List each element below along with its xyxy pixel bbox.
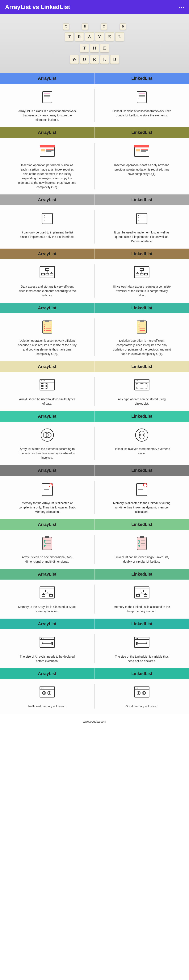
page-title: ArrayList vs LinkedList xyxy=(5,4,70,11)
header-right: LinkedList xyxy=(95,248,189,259)
svg-rect-12 xyxy=(42,149,45,151)
header-right: LinkedList xyxy=(95,668,189,679)
svg-point-170 xyxy=(137,687,138,689)
svg-point-154 xyxy=(136,638,136,639)
row-desc-right: LinkedList can be either singly LinkedLi… xyxy=(112,555,171,564)
svg-rect-167 xyxy=(135,687,149,697)
svg-rect-77 xyxy=(140,328,145,328)
row-desc-left: Memory to the ArrayList is allocated at … xyxy=(18,605,77,614)
row-desc-left: ArrayList can be one dimensional, two-di… xyxy=(18,555,77,564)
tile: O xyxy=(80,55,89,64)
svg-rect-76 xyxy=(139,328,139,329)
row-icon-right xyxy=(133,535,150,552)
svg-rect-13 xyxy=(46,149,54,150)
svg-point-162 xyxy=(43,687,43,689)
svg-point-95 xyxy=(41,429,54,441)
svg-rect-104 xyxy=(44,489,49,490)
header-left: ArrayList xyxy=(0,668,94,679)
svg-point-96 xyxy=(43,433,48,438)
section-header: ArrayListLinkedList xyxy=(0,127,189,138)
svg-point-161 xyxy=(41,687,42,689)
row-icon-left xyxy=(39,585,56,601)
header-left: ArrayList xyxy=(0,73,94,84)
row-desc-right: LinkedList involves more memory overhead… xyxy=(112,447,171,456)
tile: R xyxy=(75,32,84,41)
svg-point-92 xyxy=(137,380,138,381)
svg-rect-30 xyxy=(45,218,50,218)
svg-rect-108 xyxy=(138,488,145,488)
svg-rect-74 xyxy=(139,326,139,326)
row-icon-left xyxy=(39,634,56,651)
tile: R xyxy=(90,55,99,64)
svg-rect-0 xyxy=(42,91,52,103)
svg-rect-116 xyxy=(46,543,51,544)
svg-point-155 xyxy=(137,638,138,639)
section-header: ArrayListLinkedList xyxy=(0,73,189,84)
tile: T xyxy=(63,24,69,30)
svg-rect-72 xyxy=(139,324,139,325)
header-left: ArrayList xyxy=(0,361,94,372)
row-icon-left xyxy=(39,143,56,160)
header-right: LinkedList xyxy=(95,411,189,422)
svg-rect-122 xyxy=(141,541,145,541)
header-right: LinkedList xyxy=(95,569,189,579)
row-icon-right xyxy=(133,318,150,335)
svg-rect-31 xyxy=(44,220,45,220)
tile: L xyxy=(100,55,109,64)
svg-rect-37 xyxy=(140,218,145,218)
svg-rect-11 xyxy=(40,145,54,148)
svg-rect-36 xyxy=(138,218,139,218)
section-header: ArrayListLinkedList xyxy=(0,361,189,372)
svg-rect-103 xyxy=(44,488,51,488)
row-desc-right: It can be used to implement List as well… xyxy=(112,230,171,243)
svg-rect-67 xyxy=(46,328,51,328)
header-right: LinkedList xyxy=(95,303,189,313)
section-header: ArrayListLinkedList xyxy=(0,248,189,259)
section-header: ArrayListLinkedList xyxy=(0,569,189,579)
svg-rect-39 xyxy=(140,220,145,220)
comparison-row: ArrayList can be one dimensional, two-di… xyxy=(0,530,189,569)
row-desc-left: Data access and storage is very efficien… xyxy=(18,285,77,298)
row-desc-right: Good memory utilization. xyxy=(126,704,158,709)
svg-rect-78 xyxy=(139,330,139,331)
svg-point-82 xyxy=(41,380,42,381)
row-desc-left: The size of ArrayList needs to be declar… xyxy=(18,654,77,663)
row-desc-right: The size of the LinkedList is variable t… xyxy=(112,654,171,663)
svg-point-98 xyxy=(135,429,148,441)
comparison-row: ArrayList stores the elements according … xyxy=(0,422,189,465)
svg-rect-3 xyxy=(44,97,50,97)
comparison-row: Deletion operation is also not very effi… xyxy=(0,313,189,361)
svg-point-83 xyxy=(43,380,43,381)
svg-rect-60 xyxy=(43,321,52,333)
header-left: ArrayList xyxy=(0,465,94,476)
row-desc-left: ArrayList stores the elements according … xyxy=(18,447,77,460)
header-right: LinkedList xyxy=(95,194,189,205)
header-left: ArrayList xyxy=(0,194,94,205)
svg-rect-62 xyxy=(44,324,45,325)
svg-rect-80 xyxy=(40,380,54,390)
section-header: ArrayListLinkedList xyxy=(0,411,189,422)
tile: D xyxy=(120,24,126,30)
svg-point-148 xyxy=(43,638,43,639)
row-desc-left: Insertion operation performed is slow as… xyxy=(18,163,77,189)
section-header: ArrayListLinkedList xyxy=(0,465,189,476)
comparison-row: It can only be used to implement the lis… xyxy=(0,205,189,248)
svg-rect-2 xyxy=(44,95,50,95)
svg-rect-79 xyxy=(140,330,145,331)
comparison-row: ArrayList is a class in a collection fra… xyxy=(0,84,189,127)
tile: L xyxy=(115,32,124,41)
svg-rect-4 xyxy=(44,98,48,98)
svg-rect-22 xyxy=(141,150,148,151)
header-left: ArrayList xyxy=(0,127,94,138)
comparison-row: ArrayList can be used to store similar t… xyxy=(0,372,189,411)
header-left: ArrayList xyxy=(0,569,94,579)
row-desc-left: Deletion operation is also not very effi… xyxy=(18,339,77,356)
svg-rect-23 xyxy=(141,151,146,152)
header-left: ArrayList xyxy=(0,248,94,259)
svg-point-91 xyxy=(136,380,136,381)
tile: D xyxy=(82,24,88,30)
tile: A xyxy=(85,32,94,41)
title-bar: ArrayList vs LinkedList xyxy=(0,0,189,14)
svg-rect-38 xyxy=(138,220,139,220)
tile: D xyxy=(110,55,119,64)
